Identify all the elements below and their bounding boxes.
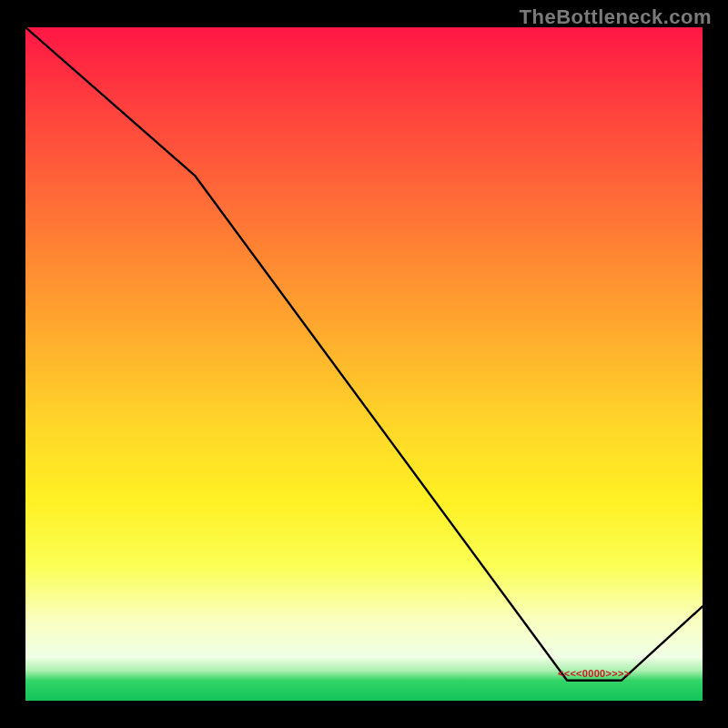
bottleneck-curve [25, 27, 703, 701]
bottleneck-label: <<<<0000>>>> [558, 668, 630, 679]
chart-container: TheBottleneck.com <<<<0000>>>> [0, 0, 728, 728]
watermark-text: TheBottleneck.com [520, 5, 712, 29]
plot-area: <<<<0000>>>> [25, 27, 703, 701]
